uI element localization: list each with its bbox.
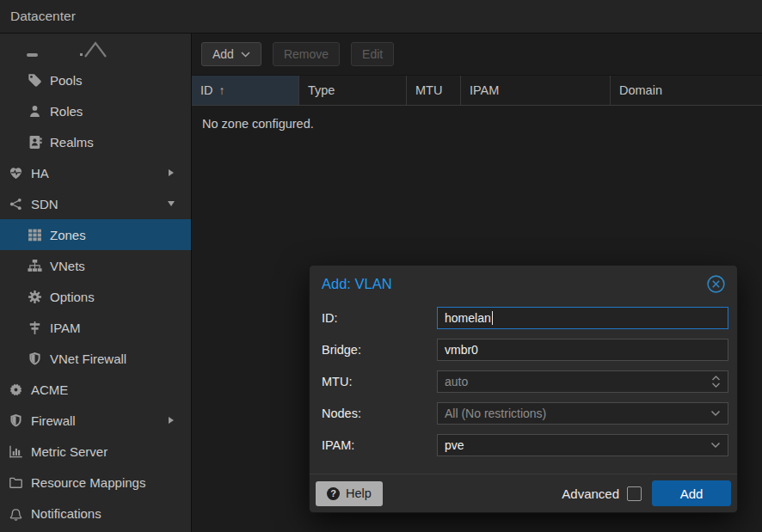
shield-icon: [9, 413, 23, 428]
close-button[interactable]: [706, 274, 726, 294]
expand-arrow-icon[interactable]: [169, 417, 174, 424]
id-input[interactable]: homelan: [437, 307, 728, 329]
sort-asc-icon: ↑: [219, 83, 225, 97]
folder-icon: [9, 475, 23, 490]
bridge-field-label: Bridge:: [322, 343, 437, 357]
page-title: Datacenter: [10, 9, 76, 24]
table-header: ID ↑ Type MTU IPAM Domain: [192, 75, 762, 106]
dialog-footer: ? Help Advanced Add: [310, 474, 737, 512]
sidebar-item-label: Roles: [50, 104, 83, 119]
id-input-value: homelan: [445, 311, 491, 325]
sidebar-item-partial[interactable]: [0, 34, 191, 64]
clipped-icon: [27, 53, 38, 57]
collapse-arrow-icon[interactable]: [168, 201, 175, 206]
bridge-input[interactable]: vmbr0: [437, 339, 728, 361]
gear-icon: [28, 290, 42, 304]
column-header-ipam[interactable]: IPAM: [461, 76, 611, 105]
id-field-label: ID:: [322, 311, 437, 325]
close-icon: [706, 274, 726, 294]
bar-chart-icon: [9, 444, 23, 459]
help-button[interactable]: ? Help: [316, 481, 383, 506]
sidebar-item-sdn[interactable]: SDN: [0, 188, 191, 219]
chevron-up-icon: [83, 37, 108, 59]
sidebar-item-resource-mappings[interactable]: Resource Mappings: [0, 467, 191, 498]
bridge-input-value: vmbr0: [445, 343, 478, 357]
advanced-checkbox[interactable]: [627, 486, 642, 501]
chevron-down-icon: [241, 52, 250, 58]
sidebar-item-metric-server[interactable]: Metric Server: [0, 436, 191, 467]
mtu-spinner[interactable]: auto: [437, 370, 728, 393]
network-icon: [9, 197, 23, 211]
sidebar-item-label: Firewall: [31, 413, 76, 428]
titlebar: Datacenter: [0, 0, 762, 34]
sidebar-item-notifications[interactable]: Notifications: [0, 498, 191, 529]
add-button[interactable]: Add: [201, 42, 261, 66]
add-submit-button[interactable]: Add: [652, 480, 731, 506]
column-header-id[interactable]: ID ↑: [192, 76, 299, 105]
sitemap-icon: [28, 259, 42, 273]
sidebar-item-label: Notifications: [31, 506, 101, 521]
sidebar-item-label: Zones: [50, 228, 86, 242]
app-window: Datacenter Pools Roles Realms: [0, 0, 762, 532]
sidebar-item-zones[interactable]: Zones: [0, 219, 191, 250]
edit-button-label: Edit: [362, 47, 383, 61]
sidebar-item-firewall[interactable]: Firewall: [0, 405, 191, 436]
sidebar-item-roles[interactable]: Roles: [0, 95, 191, 126]
sidebar-item-label: ACME: [31, 382, 68, 397]
sliders-icon: [28, 321, 42, 335]
sidebar-item-label: Options: [50, 290, 95, 304]
user-icon: [28, 104, 42, 119]
sidebar-item-label: Resource Mappings: [31, 475, 145, 490]
sidebar-item-acme[interactable]: ACME: [0, 374, 191, 405]
sidebar-item-ipam[interactable]: IPAM: [0, 312, 191, 343]
sidebar-item-realms[interactable]: Realms: [0, 126, 191, 157]
column-header-mtu[interactable]: MTU: [407, 76, 461, 105]
tag-icon: [28, 73, 42, 88]
mtu-field-label: MTU:: [322, 375, 437, 388]
nodes-dropdown[interactable]: All (No restrictions): [437, 402, 728, 425]
spinner-arrows-icon[interactable]: [711, 376, 721, 388]
advanced-label: Advanced: [562, 486, 619, 501]
ipam-dropdown[interactable]: pve: [437, 434, 728, 456]
sidebar-item-label: HA: [31, 166, 49, 180]
grid-icon: [28, 228, 42, 242]
dialog-header[interactable]: Add: VLAN: [310, 266, 737, 302]
certificate-icon: [9, 382, 23, 397]
sidebar-item-label: VNet Firewall: [50, 352, 126, 366]
question-circle-icon: ?: [327, 487, 340, 500]
heartbeat-icon: [9, 166, 23, 180]
bell-icon: [9, 506, 23, 521]
text-caret: [492, 311, 494, 325]
sidebar-item-vnets[interactable]: VNets: [0, 250, 191, 281]
add-vlan-dialog: Add: VLAN ID: homelan Bridge: vmbr0: [309, 265, 738, 513]
edit-button[interactable]: Edit: [351, 42, 394, 66]
shield-icon: [28, 352, 42, 366]
expand-arrow-icon[interactable]: [169, 169, 174, 176]
sidebar-item-label: IPAM: [50, 321, 81, 335]
nodes-placeholder-value: All (No restrictions): [445, 407, 546, 420]
sidebar-item-pools[interactable]: Pools: [0, 64, 191, 95]
ipam-field-label: IPAM:: [322, 438, 437, 452]
column-label: MTU: [415, 83, 442, 97]
chevron-down-icon[interactable]: [710, 410, 721, 417]
column-header-domain[interactable]: Domain: [611, 76, 762, 105]
add-submit-label: Add: [680, 486, 704, 501]
chevron-down-icon[interactable]: [710, 442, 721, 449]
help-button-label: Help: [346, 486, 372, 500]
dialog-body: ID: homelan Bridge: vmbr0 MTU: auto: [310, 302, 737, 456]
remove-button[interactable]: Remove: [273, 42, 340, 66]
sidebar-item-label: Realms: [50, 135, 94, 150]
sidebar-item-label: SDN: [31, 197, 58, 211]
ipam-selected-value: pve: [445, 438, 464, 452]
sidebar-item-label: Pools: [50, 73, 83, 88]
column-label: Domain: [619, 83, 662, 97]
sidebar-item-vnet-firewall[interactable]: VNet Firewall: [0, 343, 191, 374]
sidebar-item-ha[interactable]: HA: [0, 157, 191, 188]
column-header-type[interactable]: Type: [299, 76, 407, 105]
sidebar-item-label: VNets: [50, 259, 85, 273]
add-button-label: Add: [212, 47, 234, 61]
address-book-icon: [28, 135, 42, 150]
column-label: Type: [308, 83, 335, 97]
sidebar-item-options[interactable]: Options: [0, 281, 191, 312]
nodes-field-label: Nodes:: [322, 407, 437, 420]
